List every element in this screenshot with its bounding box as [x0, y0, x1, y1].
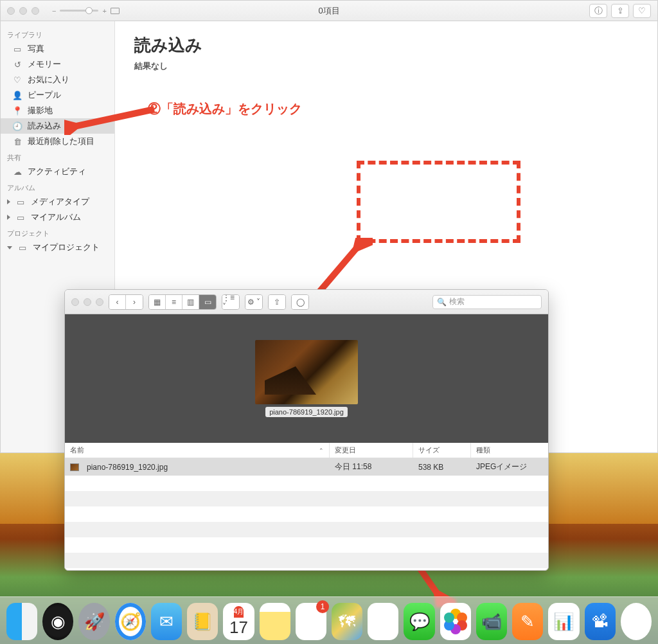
photo-stack-icon: ▭	[12, 44, 22, 54]
sidebar-item-my-albums[interactable]: ▭マイアルバム	[1, 210, 114, 225]
finder-list-body: piano-786919_1920.jpg 今日 11:58 538 KB JP…	[65, 458, 548, 568]
disclosure-triangle-icon[interactable]	[7, 199, 10, 204]
info-button[interactable]: ⓘ	[589, 4, 607, 18]
arrange-segment[interactable]: ⋮≡ ˅	[222, 294, 240, 310]
column-size[interactable]: サイズ	[413, 443, 471, 458]
view-mode-segment[interactable]: ▦ ≡ ▥ ▭	[148, 294, 217, 310]
empty-row	[65, 476, 548, 491]
sidebar-item-activity[interactable]: ☁アクティビティ	[1, 164, 114, 179]
empty-row	[65, 506, 548, 522]
tags-button[interactable]: ◯	[292, 295, 308, 309]
sidebar-item-places[interactable]: 📍撮影地	[1, 103, 114, 118]
photos-flower-icon	[443, 609, 468, 634]
sidebar-section-header: プロジェクト	[1, 225, 114, 240]
page-title: 読み込み	[134, 34, 638, 57]
traffic-lights[interactable]	[71, 298, 103, 306]
clock-icon: 🕘	[12, 121, 22, 131]
finder-list-header[interactable]: 名前⌃ 変更日 サイズ 種類	[65, 443, 548, 458]
search-placeholder: 検索	[449, 296, 465, 307]
disclosure-triangle-icon[interactable]	[7, 246, 12, 249]
page-subtitle: 結果なし	[134, 60, 638, 72]
nav-back-forward[interactable]: ‹›	[109, 294, 143, 310]
empty-row	[65, 553, 548, 568]
sidebar-item-memories[interactable]: ↺メモリー	[1, 57, 114, 72]
view-icon-columns[interactable]: ▥	[182, 295, 199, 309]
action-segment[interactable]: ⚙ ˅	[245, 294, 263, 310]
sidebar-item-people[interactable]: 👤ピープル	[1, 87, 114, 103]
dock-numbers-icon[interactable]: 📊	[548, 603, 579, 640]
view-icon-list[interactable]: ≡	[166, 295, 182, 309]
dock-3d-icon[interactable]: ③	[368, 603, 398, 640]
folder-icon: ▭	[15, 212, 26, 222]
dock-contacts-icon[interactable]: 📒	[187, 603, 218, 640]
column-name[interactable]: 名前	[70, 445, 84, 455]
finder-toolbar: ‹› ▦ ≡ ▥ ▭ ⋮≡ ˅ ⚙ ˅ ⇪ ◯ 🔍検索	[65, 290, 548, 314]
forward-button[interactable]: ›	[126, 295, 143, 309]
traffic-lights[interactable]	[7, 7, 39, 15]
sidebar-item-photos[interactable]: ▭写真	[1, 41, 114, 57]
dock-keynote-icon[interactable]: 📽	[585, 603, 616, 640]
thumbnail-size-icon	[111, 8, 120, 14]
file-thumb-ic173
      	[70, 463, 79, 471]
dock-facetime-icon[interactable]: 📹	[476, 603, 507, 640]
share-button[interactable]: ⇪	[269, 295, 285, 309]
dock-messages-icon[interactable]: 💬	[404, 603, 434, 640]
memories-icon: ↺	[12, 59, 22, 69]
window-title: 0項目	[318, 5, 339, 17]
person-icon: 👤	[12, 90, 22, 100]
trash-icon: 🗑	[12, 136, 22, 147]
dock: ◉ 🚀 🧭 ✉ 📒 4月17 1 🗺 ③ 💬 📹 ✎ 📊 📽 ♪	[0, 596, 658, 644]
finder-window: ‹› ▦ ≡ ▥ ▭ ⋮≡ ˅ ⚙ ˅ ⇪ ◯ 🔍検索 piano-786919…	[64, 289, 549, 571]
share-segment[interactable]: ⇪	[268, 294, 286, 310]
heart-icon: ♡	[12, 75, 22, 85]
column-kind[interactable]: 種類	[471, 443, 548, 458]
dock-itunes-icon[interactable]: ♪	[621, 603, 652, 640]
pin-icon: 📍	[12, 105, 22, 116]
dock-maps-icon[interactable]: 🗺	[332, 603, 362, 640]
view-icon-grid[interactable]: ▦	[149, 295, 166, 309]
search-input[interactable]: 🔍検索	[432, 295, 542, 309]
tags-segment[interactable]: ◯	[291, 294, 309, 310]
view-icon-gallery[interactable]: ▭	[199, 295, 216, 309]
sidebar-item-my-projects[interactable]: ▭マイプロジェクト	[1, 240, 114, 255]
dock-pages-icon[interactable]: ✎	[512, 603, 543, 640]
gallery-thumbnail[interactable]: piano-786919_1920.jpg	[255, 340, 358, 417]
search-icon: 🔍	[437, 298, 447, 307]
empty-row	[65, 537, 548, 553]
share-button[interactable]: ⇪	[611, 4, 629, 18]
empty-row	[65, 491, 548, 506]
reminders-badge: 1	[316, 600, 329, 613]
finder-gallery-preview: piano-786919_1920.jpg	[65, 314, 548, 443]
sidebar-section-header: ライブラリ	[1, 26, 114, 41]
sidebar-item-recently-deleted[interactable]: 🗑最近削除した項目	[1, 134, 114, 149]
gallery-filename: piano-786919_1920.jpg	[265, 407, 348, 417]
file-row[interactable]: piano-786919_1920.jpg 今日 11:58 538 KB JP…	[65, 458, 548, 476]
cloud-icon: ☁	[12, 166, 22, 177]
folder-icon: ▭	[17, 242, 28, 253]
dock-calendar-icon[interactable]: 4月17	[223, 603, 254, 640]
folder-icon: ▭	[15, 197, 26, 207]
dock-notes-icon[interactable]	[260, 603, 290, 640]
disclosure-triangle-icon[interactable]	[7, 215, 10, 220]
sidebar-item-favorites[interactable]: ♡お気に入り	[1, 72, 114, 87]
zoom-slider[interactable]: −+	[52, 7, 120, 15]
back-button[interactable]: ‹	[109, 295, 126, 309]
dock-siri-icon[interactable]: ◉	[42, 603, 73, 640]
piano-thumbnail	[255, 340, 358, 404]
sort-chevron-icon: ⌃	[319, 447, 324, 454]
dock-photos-icon[interactable]	[440, 603, 471, 640]
column-date[interactable]: 変更日	[330, 443, 413, 458]
sidebar-section-header: 共有	[1, 149, 114, 164]
sidebar-item-media-types[interactable]: ▭メディアタイプ	[1, 194, 114, 210]
dock-safari-icon[interactable]: 🧭	[115, 603, 146, 640]
sidebar-section-header: アルバム	[1, 179, 114, 194]
action-menu-button[interactable]: ⚙ ˅	[245, 295, 262, 309]
photos-titlebar: −+ 0項目 ⓘ ⇪ ♡	[1, 1, 657, 21]
arrange-button[interactable]: ⋮≡ ˅	[222, 295, 239, 309]
dock-launchpad-icon[interactable]: 🚀	[78, 603, 109, 640]
dock-reminders-icon[interactable]: 1	[296, 603, 326, 640]
dock-finder-icon[interactable]	[6, 603, 37, 640]
favorite-button[interactable]: ♡	[633, 4, 651, 18]
dock-mail-icon[interactable]: ✉	[151, 603, 182, 640]
sidebar-item-import[interactable]: 🕘読み込み	[1, 118, 114, 134]
